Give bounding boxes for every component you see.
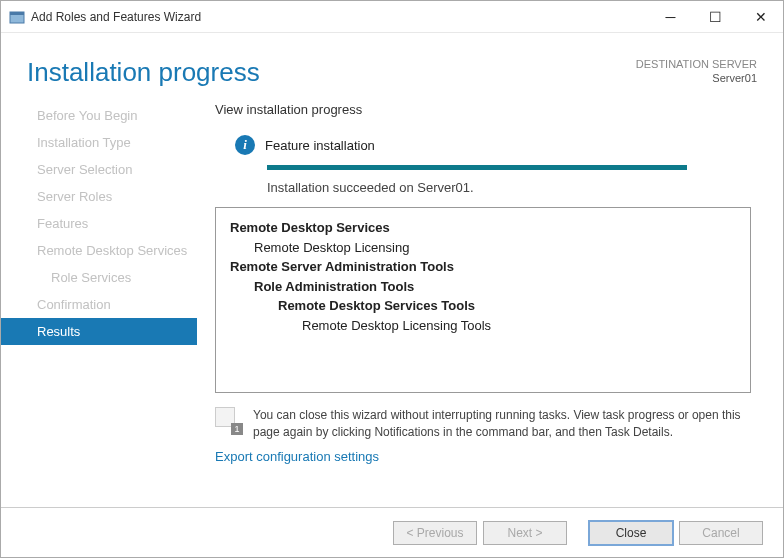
step-confirmation: Confirmation	[1, 291, 197, 318]
hint-text: You can close this wizard without interr…	[253, 407, 751, 441]
minimize-button[interactable]: ─	[648, 1, 693, 32]
feature-installation-label: Feature installation	[265, 138, 375, 153]
step-results: Results	[1, 318, 197, 345]
step-server-roles: Server Roles	[1, 183, 197, 210]
step-installation-type: Installation Type	[1, 129, 197, 156]
detail-item: Remote Desktop Licensing Tools	[230, 316, 736, 336]
step-remote-desktop-services: Remote Desktop Services	[1, 237, 197, 264]
wizard-steps-sidebar: Before You Begin Installation Type Serve…	[1, 94, 197, 492]
previous-button: < Previous	[393, 521, 477, 545]
detail-item: Remote Desktop Services Tools	[230, 296, 736, 316]
hint-row: 1 You can close this wizard without inte…	[215, 407, 751, 441]
feature-installation-row: i Feature installation	[235, 135, 751, 155]
page-title: Installation progress	[27, 57, 260, 88]
step-role-services: Role Services	[1, 264, 197, 291]
close-button[interactable]: Close	[589, 521, 673, 545]
export-configuration-link[interactable]: Export configuration settings	[215, 449, 751, 464]
app-icon	[9, 9, 25, 25]
detail-item: Remote Desktop Licensing	[230, 238, 736, 258]
footer: < Previous Next > Close Cancel	[1, 507, 783, 557]
main-panel: View installation progress i Feature ins…	[197, 94, 783, 492]
header: Installation progress DESTINATION SERVER…	[1, 33, 783, 94]
step-features: Features	[1, 210, 197, 237]
info-icon: i	[235, 135, 255, 155]
window-title: Add Roles and Features Wizard	[31, 10, 648, 24]
notifications-flag-icon: 1	[215, 407, 241, 433]
window-controls: ─ ☐ ✕	[648, 1, 783, 32]
destination-server: Server01	[636, 71, 757, 85]
installation-status: Installation succeeded on Server01.	[267, 180, 751, 195]
progress-bar	[267, 165, 687, 170]
svg-rect-1	[10, 12, 24, 15]
detail-item: Remote Desktop Services	[230, 218, 736, 238]
step-server-selection: Server Selection	[1, 156, 197, 183]
destination-block: DESTINATION SERVER Server01	[636, 57, 757, 86]
next-button: Next >	[483, 521, 567, 545]
destination-label: DESTINATION SERVER	[636, 57, 757, 71]
step-before-you-begin: Before You Begin	[1, 102, 197, 129]
installed-items-box: Remote Desktop Services Remote Desktop L…	[215, 207, 751, 393]
notifications-badge: 1	[231, 423, 243, 435]
detail-item: Role Administration Tools	[230, 277, 736, 297]
maximize-button[interactable]: ☐	[693, 1, 738, 32]
titlebar: Add Roles and Features Wizard ─ ☐ ✕	[1, 1, 783, 33]
cancel-button: Cancel	[679, 521, 763, 545]
detail-item: Remote Server Administration Tools	[230, 257, 736, 277]
view-progress-label: View installation progress	[215, 102, 751, 117]
close-window-button[interactable]: ✕	[738, 1, 783, 32]
